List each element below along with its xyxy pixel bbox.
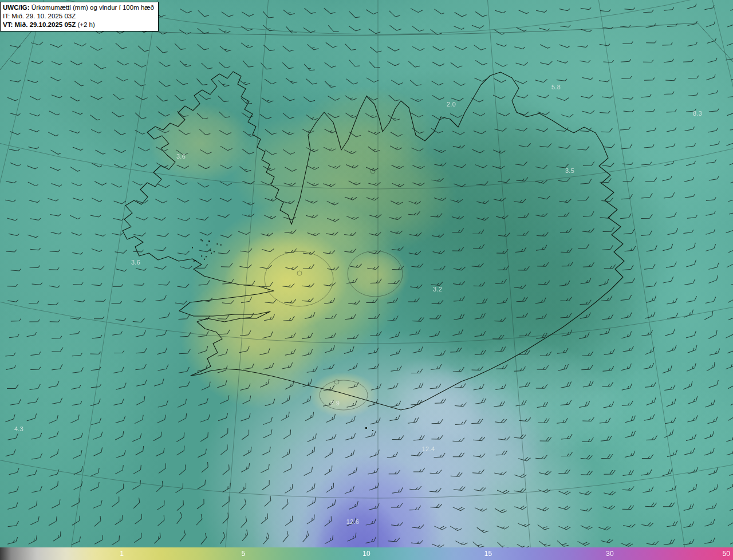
colorbar-tick-label: 1: [120, 550, 124, 558]
product-title-line: UWC/IG: Úrkomumætti (mm) og vindur í 100…: [3, 3, 154, 12]
init-time-line: IT: Mið. 29. 10. 2025 03Z: [3, 12, 154, 21]
precipitation-colorbar: 1510153050: [0, 547, 733, 560]
weather-map-canvas: [0, 0, 733, 560]
colorbar-tick-label: 15: [484, 550, 492, 558]
product-label: UWC/IG:: [3, 4, 30, 11]
map-title-box: UWC/IG: Úrkomumætti (mm) og vindur í 100…: [0, 2, 159, 31]
colorbar-tick-label: 50: [723, 550, 730, 558]
valid-time-offset: (+2 h): [76, 21, 95, 28]
colorbar-tick-label: 30: [606, 550, 613, 558]
colorbar-tick-label: 5: [242, 550, 246, 558]
product-title: Úrkomumætti (mm) og vindur í 100m hæð: [30, 4, 154, 11]
valid-time-line: VT: Mið. 29.10.2025 05Z (+2 h): [3, 21, 154, 29]
colorbar-tick-label: 10: [362, 550, 370, 558]
valid-time: VT: Mið. 29.10.2025 05Z: [3, 21, 76, 28]
init-time: IT: Mið. 29. 10. 2025 03Z: [3, 13, 76, 19]
